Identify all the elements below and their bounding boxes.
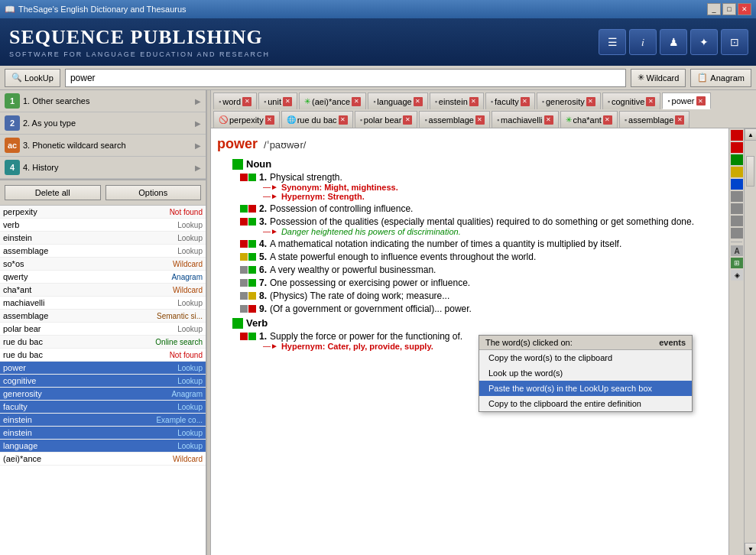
tab-assemblage3[interactable]: ▪ assemblage ✕ [619,111,690,128]
color-btn-gray3[interactable] [731,216,743,226]
list-item[interactable]: einstein Lookup [0,232,206,245]
section-item-other-searches[interactable]: 1 1. Other searches ▶ [0,90,206,112]
context-menu-item-0[interactable]: Copy the word(s) to the clipboard [479,350,692,365]
list-item[interactable]: generosity Anagram [0,388,206,401]
history-list[interactable]: perpexity Not found verb Lookup einstein… [0,206,206,555]
list-item[interactable]: verb Lookup [0,219,206,232]
tab-faculty[interactable]: ▪ faculty ✕ [485,92,535,109]
tab-close-word[interactable]: ✕ [242,97,251,106]
tab-close-faculty[interactable]: ✕ [521,97,530,106]
color-btn-gray2[interactable] [731,203,743,214]
tab-perpexity[interactable]: 🚫 perpexity ✕ [213,111,280,128]
list-item[interactable]: language Lookup [0,440,206,453]
tab-word[interactable]: ▪ word ✕ [213,92,257,109]
brand-icon-person[interactable]: ♟ [660,29,687,55]
title-bar-buttons: _ □ ✕ [707,3,751,15]
tab-close-polar-bear[interactable]: ✕ [403,115,412,125]
context-menu-item-2[interactable]: Paste the word(s) in the LookUp search b… [479,381,692,396]
tab-generosity[interactable]: ▪ generosity ✕ [537,92,601,109]
context-header-word: events [659,338,686,347]
list-item[interactable]: machiavelli Lookup [0,297,206,310]
list-item[interactable]: power Lookup [0,362,206,375]
minimize-button[interactable]: _ [707,3,721,15]
delete-all-button[interactable]: Delete all [5,185,101,200]
section-item-history[interactable]: 4 4. History ▶ [0,157,206,179]
list-item[interactable]: rue du bac Not found [0,349,206,362]
extra-btn[interactable]: ◈ [731,270,743,281]
section-icon-as-you-type: 2 [5,115,20,131]
context-menu-item-3[interactable]: Copy to the clipboard the entire definit… [479,396,692,411]
search-input[interactable] [65,69,626,87]
list-item[interactable]: polar bear Lookup [0,323,206,336]
list-item[interactable]: assemblage Lookup [0,245,206,258]
definition-item: 3.Possession of the qualities (especiall… [217,214,722,236]
color-btn-blue[interactable] [731,179,743,190]
list-item[interactable]: so*os Wildcard [0,258,206,271]
tab-label-cha-ant: cha*ant [573,115,602,125]
tab-einstein[interactable]: ▪ einstein ✕ [430,92,484,109]
list-item[interactable]: perpexity Not found [0,206,206,219]
anagram-label: Anagram [710,73,745,83]
tab-close-assemblage2[interactable]: ✕ [475,115,485,125]
list-item[interactable]: qwerty Anagram [0,271,206,284]
color-btn-red2[interactable] [731,142,743,153]
definition-item: 6.A very wealthy or powerful businessman… [217,262,722,275]
color-btn-gray4[interactable] [731,228,743,239]
context-menu-item-1[interactable]: Look up the word(s) [479,365,692,381]
section-label-phonetic-wildcard: 3. Phonetic wildcard search [23,141,192,150]
color-btn-yellow[interactable] [731,167,743,177]
tab-polar-bear[interactable]: ▪ polar bear ✕ [355,111,418,128]
tab-close-assemblage3[interactable]: ✕ [675,115,684,125]
tab-label-generosity: generosity [546,97,585,106]
tab-close-perpexity[interactable]: ✕ [265,115,274,125]
list-item[interactable]: rue du bac Online search [0,336,206,349]
tab-cha-ant[interactable]: ✳ cha*ant ✕ [560,111,618,128]
brand-icon-star[interactable]: ✦ [690,29,718,55]
list-item[interactable]: einstein Lookup [0,427,206,440]
tab-close-power[interactable]: ✕ [696,96,706,105]
scroll-up-button[interactable]: ▲ [745,128,756,141]
app-icon: 📖 [5,5,15,15]
tab-aei-ance[interactable]: ✳ (aei)*ance ✕ [299,92,366,109]
tab-close-machiavelli[interactable]: ✕ [544,115,553,125]
brand-icon-menu[interactable]: ☰ [599,29,626,55]
list-item[interactable]: assemblage Semantic si... [0,310,206,323]
tab-cognitive[interactable]: ▪ cognitive ✕ [602,92,661,109]
tab-close-cognitive[interactable]: ✕ [646,97,655,106]
color-btn-green[interactable] [731,154,743,165]
wildcard-button[interactable]: ✳ Wildcard [631,69,686,87]
tab-close-generosity[interactable]: ✕ [586,97,595,106]
grid-btn[interactable]: ⊞ [731,258,743,268]
list-item[interactable]: faculty Lookup [0,401,206,414]
anagram-button[interactable]: 📋 Anagram [690,69,751,87]
tab-close-einstein[interactable]: ✕ [469,97,479,106]
tab-close-rue-du-bac[interactable]: ✕ [339,115,348,125]
scroll-thumb[interactable] [746,156,754,187]
brand-icon-box[interactable]: ⊡ [721,29,748,55]
tab-machiavelli[interactable]: ▪ machiavelli ✕ [492,111,559,128]
tab-close-aei-ance[interactable]: ✕ [352,97,361,106]
close-button[interactable]: ✕ [738,3,751,15]
tab-close-unit[interactable]: ✕ [283,97,292,106]
tab-assemblage2[interactable]: ▪ assemblage ✕ [419,111,490,128]
maximize-button[interactable]: □ [722,3,736,15]
tab-unit[interactable]: ▪ unit ✕ [258,92,297,109]
section-item-phonetic-wildcard[interactable]: ac 3. Phonetic wildcard search ▶ [0,135,206,157]
font-size-btn[interactable]: A [731,245,743,256]
tab-power[interactable]: ▪ power ✕ [662,92,710,109]
list-item[interactable]: (aei)*ance Wildcard [0,453,206,466]
tab-close-language[interactable]: ✕ [414,97,423,106]
brand-icon-info[interactable]: 𝑖 [629,29,657,55]
color-btn-gray[interactable] [731,191,743,202]
tab-language[interactable]: ▪ language ✕ [368,92,427,109]
list-item[interactable]: cha*ant Wildcard [0,284,206,297]
tab-rue-du-bac[interactable]: 🌐 rue du bac ✕ [281,111,353,128]
lookup-button[interactable]: 🔍 LookUp [5,69,60,87]
list-item[interactable]: einstein Example co... [0,414,206,427]
list-item[interactable]: cognitive Lookup [0,375,206,388]
options-button[interactable]: Options [105,185,202,200]
scroll-down-button[interactable]: ▼ [745,543,756,555]
color-btn-red[interactable] [731,130,743,141]
tab-close-cha-ant[interactable]: ✕ [603,115,612,125]
section-item-as-you-type[interactable]: 2 2. As you type ▶ [0,112,206,135]
